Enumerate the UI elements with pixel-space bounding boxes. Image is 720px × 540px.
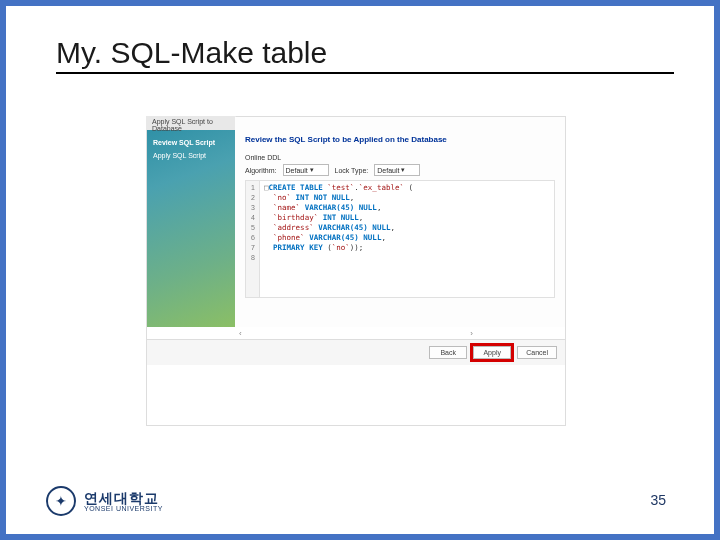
dialog-window-title: Apply SQL Script to Database (146, 116, 236, 130)
line-number: 2 (248, 193, 255, 203)
line-number: 7 (248, 243, 255, 253)
sql-code[interactable]: □CREATE TABLE `test`.`ex_table` ( `no` I… (260, 181, 417, 297)
page-number: 35 (650, 492, 666, 508)
university-logo: ✦ 연세대학교 YONSEI UNIVERSITY (46, 486, 163, 516)
chevron-down-icon: ▾ (401, 166, 405, 174)
algorithm-value: Default (286, 167, 308, 174)
line-number: 5 (248, 223, 255, 233)
line-number: 3 (248, 203, 255, 213)
line-number: 4 (248, 213, 255, 223)
lock-type-value: Default (377, 167, 399, 174)
dialog-sidebar: Apply SQL Script to Database Review SQL … (147, 117, 235, 327)
algorithm-select[interactable]: Default ▾ (283, 164, 329, 176)
online-ddl-label: Online DDL (245, 154, 555, 161)
logo-text-ko: 연세대학교 (84, 491, 163, 505)
line-number: 8 (248, 253, 255, 263)
lock-type-select[interactable]: Default ▾ (374, 164, 420, 176)
back-button[interactable]: Back (429, 346, 467, 359)
sql-editor[interactable]: 1 2 3 4 5 6 7 8 □CREATE TABLE `test`.`ex… (245, 180, 555, 298)
dialog-footer: Back Apply Cancel (147, 339, 565, 365)
dialog-main-panel: Review the SQL Script to be Applied on t… (235, 117, 565, 327)
line-number-gutter: 1 2 3 4 5 6 7 8 (246, 181, 260, 297)
panel-title: Review the SQL Script to be Applied on t… (245, 135, 555, 144)
scroll-right-icon[interactable]: › (470, 329, 473, 338)
sidebar-step-apply: Apply SQL Script (153, 152, 229, 159)
line-number: 1 (248, 183, 255, 193)
lock-type-label: Lock Type: (335, 167, 369, 174)
sidebar-step-review: Review SQL Script (153, 139, 229, 146)
scroll-left-icon[interactable]: ‹ (239, 329, 242, 338)
dialog-body: Apply SQL Script to Database Review SQL … (147, 117, 565, 327)
mysql-workbench-dialog: Apply SQL Script to Database Review SQL … (146, 116, 566, 426)
apply-button[interactable]: Apply (473, 346, 511, 359)
horizontal-scrollbar[interactable]: ‹ › (147, 327, 565, 339)
chevron-down-icon: ▾ (310, 166, 314, 174)
logo-text-en: YONSEI UNIVERSITY (84, 505, 163, 512)
algorithm-label: Algorithm: (245, 167, 277, 174)
slide-title: My. SQL-Make table (56, 36, 674, 74)
cancel-button[interactable]: Cancel (517, 346, 557, 359)
shield-icon: ✦ (46, 486, 76, 516)
options-row: Algorithm: Default ▾ Lock Type: Default … (245, 164, 555, 176)
line-number: 6 (248, 233, 255, 243)
